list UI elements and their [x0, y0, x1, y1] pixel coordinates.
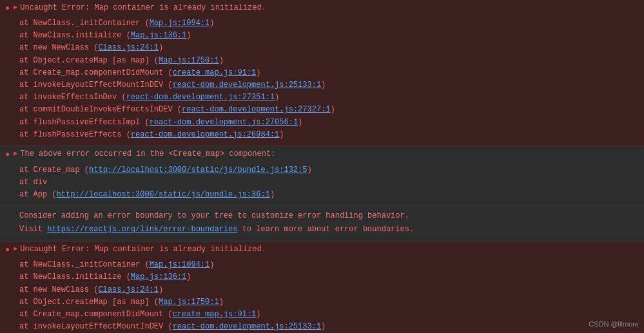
console-container: ● ▶ Uncaught Error: Map container is alr… [0, 0, 644, 333]
stack-trace-3: at NewClass._initContainer (Map.js:1094:… [0, 258, 644, 333]
stack-line: at Object.createMap [as map] (Map.js:175… [19, 296, 639, 309]
stack-link[interactable]: Map.js:1094:1 [150, 260, 210, 269]
error-block-3: ● ▶ Uncaught Error: Map container is alr… [0, 242, 644, 333]
stack-line: at flushPassiveEffects (react-dom.develo… [19, 129, 639, 141]
stack-line: at Create_map.componentDidMount (create_… [19, 67, 639, 79]
stack-trace-1: at NewClass._initContainer (Map.js:1094:… [0, 16, 644, 145]
error-icon-1: ● [5, 4, 10, 13]
error-header-3: ● ▶ Uncaught Error: Map container is alr… [0, 242, 644, 258]
notice-section: Consider adding an error boundary to you… [0, 205, 644, 242]
error-header-1: ● ▶ Uncaught Error: Map container is alr… [0, 0, 644, 16]
stack-link[interactable]: Map.js:136:1 [131, 272, 186, 281]
stack-line: at Create_map (http://localhost:3000/sta… [19, 164, 639, 176]
stack-link[interactable]: http://localhost:3000/static/js/bundle.j… [89, 166, 307, 175]
stack-link[interactable]: react-dom.development.js:25133:1 [173, 81, 321, 90]
stack-line: at new NewClass (Class.js:24:1) [19, 42, 639, 54]
stack-line: at Create_map.componentDidMount (create_… [19, 309, 639, 321]
error-title-2: The above error occurred in the <Create_… [20, 149, 275, 158]
error-block-1: ● ▶ Uncaught Error: Map container is alr… [0, 0, 644, 146]
stack-line: at NewClass._initContainer (Map.js:1094:… [19, 17, 639, 30]
expand-triangle-1[interactable]: ▶ [14, 3, 17, 11]
stack-line: at NewClass.initialize (Map.js:136:1) [19, 30, 639, 42]
stack-link[interactable]: Class.js:24:1 [98, 285, 159, 294]
notice-text-2: Visit https://reactjs.org/link/error-bou… [19, 223, 625, 236]
stack-line: at invokeLayoutEffectMountInDEV (react-d… [19, 321, 639, 333]
error-icon-2: ● [5, 150, 10, 159]
expand-triangle-3[interactable]: ▶ [14, 245, 17, 252]
expand-triangle-2[interactable]: ▶ [14, 149, 17, 157]
error-header-2: ● ▶ The above error occurred in the <Cre… [0, 146, 644, 163]
stack-link[interactable]: create_map.js:91:1 [173, 310, 257, 319]
stack-link[interactable]: react-dom.development.js:27327:1 [182, 105, 330, 114]
stack-link[interactable]: create_map.js:91:1 [173, 68, 257, 77]
stack-link[interactable]: Map.js:136:1 [131, 31, 186, 40]
stack-link[interactable]: Class.js:24:1 [98, 43, 159, 52]
error-title-1: Uncaught Error: Map container is already… [20, 3, 266, 12]
stack-line: at invokeLayoutEffectMountInDEV (react-d… [19, 79, 639, 91]
stack-link[interactable]: react-dom.development.js:26984:1 [131, 130, 279, 139]
stack-line: at App (http://localhost:3000/static/js/… [19, 189, 639, 201]
stack-trace-2: at Create_map (http://localhost:3000/sta… [0, 163, 644, 205]
stack-line: at invokeEffectsInDev (react-dom.develop… [19, 91, 639, 104]
notice-text-1: Consider adding an error boundary to you… [19, 209, 625, 222]
error-icon-3: ● [5, 245, 10, 254]
error-title-3: Uncaught Error: Map container is already… [20, 245, 266, 254]
stack-line: at Object.createMap [as map] (Map.js:175… [19, 55, 639, 67]
stack-link[interactable]: http://localhost:3000/static/js/bundle.j… [57, 190, 270, 199]
notice-prefix: Visit [19, 225, 47, 234]
stack-link[interactable]: Map.js:1750:1 [159, 298, 219, 307]
stack-link[interactable]: react-dom.development.js:27351:1 [126, 93, 275, 102]
stack-line: at new NewClass (Class.js:24:1) [19, 284, 639, 296]
stack-line: at flushPassiveEffectsImpl (react-dom.de… [19, 117, 639, 129]
stack-link[interactable]: Map.js:1094:1 [150, 19, 210, 28]
stack-line: at div [19, 176, 639, 189]
stack-link[interactable]: react-dom.development.js:25133:1 [173, 322, 321, 331]
stack-link[interactable]: react-dom.development.js:27056:1 [150, 118, 298, 127]
notice-suffix: to learn more about error boundaries. [237, 225, 414, 234]
error-boundaries-link[interactable]: https://reactjs.org/link/error-boundarie… [47, 225, 237, 234]
stack-line: at commitDoubleInvokeEffectsInDEV (react… [19, 104, 639, 116]
stack-link[interactable]: Map.js:1750:1 [159, 56, 219, 65]
error-block-2: ● ▶ The above error occurred in the <Cre… [0, 146, 644, 206]
stack-line: at NewClass.initialize (Map.js:136:1) [19, 271, 639, 283]
branding-text: CSDN @lllmore [589, 320, 639, 328]
stack-line: at NewClass._initContainer (Map.js:1094:… [19, 259, 639, 271]
